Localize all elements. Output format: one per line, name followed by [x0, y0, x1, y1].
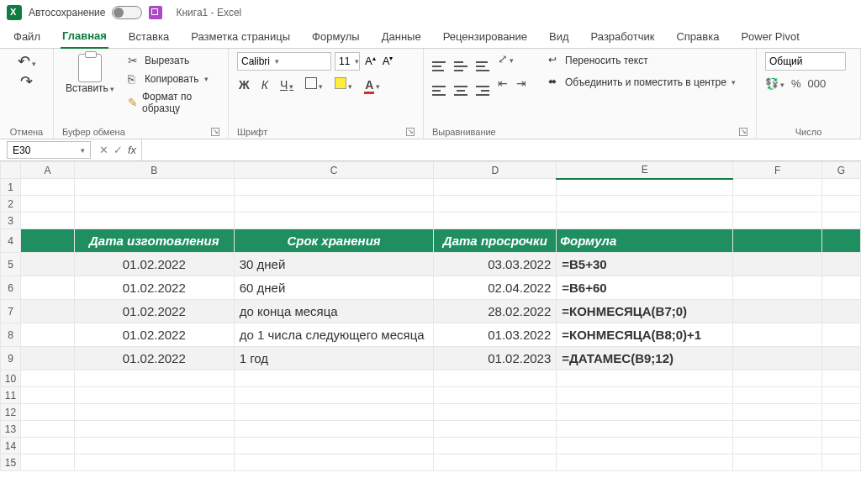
cell[interactable] — [434, 421, 557, 438]
cell[interactable] — [20, 323, 74, 347]
paste-button[interactable]: Вставить▾ — [62, 52, 118, 96]
row-header-6[interactable]: 6 — [1, 276, 21, 300]
decrease-font-button[interactable]: A▾ — [381, 55, 395, 67]
select-all-corner[interactable] — [1, 162, 21, 179]
cell[interactable] — [234, 404, 434, 421]
row-header-7[interactable]: 7 — [1, 300, 21, 323]
tab-developer[interactable]: Разработчик — [589, 27, 657, 48]
cell[interactable] — [74, 438, 234, 454]
tab-formulas[interactable]: Формулы — [310, 27, 362, 48]
tab-file[interactable]: Файл — [12, 27, 42, 48]
tab-power-pivot[interactable]: Power Pivot — [739, 27, 800, 48]
row-header-12[interactable]: 12 — [1, 404, 21, 421]
tab-page-layout[interactable]: Разметка страницы — [189, 27, 292, 48]
cell[interactable] — [733, 454, 822, 471]
col-header-C[interactable]: C — [234, 162, 434, 179]
cell[interactable]: 01.03.2022 — [434, 323, 557, 347]
tab-home[interactable]: Главная — [61, 26, 108, 49]
cell[interactable] — [20, 229, 74, 253]
row-header-3[interactable]: 3 — [1, 213, 21, 229]
worksheet-grid[interactable]: A B C D E F G 1234Дата изготовленияСрок … — [0, 161, 861, 504]
row-header-13[interactable]: 13 — [1, 421, 21, 438]
cell[interactable] — [733, 179, 822, 196]
bold-button[interactable]: Ж — [237, 78, 251, 92]
align-center-button[interactable] — [454, 76, 467, 96]
cell[interactable]: до конца месяца — [234, 300, 434, 323]
cell[interactable] — [557, 454, 733, 471]
cut-button[interactable]: ✂Вырезать — [124, 52, 219, 69]
cell[interactable]: 01.02.2022 — [74, 253, 234, 276]
cell[interactable]: Дата просрочки — [434, 229, 557, 253]
row-header-2[interactable]: 2 — [1, 196, 21, 213]
cell[interactable] — [733, 438, 822, 454]
cell[interactable]: Формула — [557, 229, 733, 253]
cell[interactable]: 01.02.2022 — [74, 323, 234, 347]
cell[interactable] — [733, 229, 822, 253]
row-header-9[interactable]: 9 — [1, 347, 21, 370]
cell[interactable] — [20, 179, 74, 196]
cell[interactable]: 01.02.2022 — [74, 347, 234, 370]
fx-icon[interactable]: fx — [128, 144, 136, 156]
cell[interactable] — [557, 196, 733, 213]
tab-view[interactable]: Вид — [547, 27, 571, 48]
cell[interactable] — [434, 196, 557, 213]
cell[interactable] — [822, 213, 861, 229]
tab-help[interactable]: Справка — [674, 27, 721, 48]
tab-insert[interactable]: Вставка — [127, 27, 171, 48]
cell[interactable] — [234, 454, 434, 471]
cell[interactable]: 01.02.2022 — [74, 300, 234, 323]
cell[interactable] — [20, 213, 74, 229]
cell[interactable] — [733, 387, 822, 404]
align-bottom-button[interactable] — [476, 52, 489, 71]
font-size-combo[interactable]: 11▾ — [335, 52, 360, 71]
cell[interactable] — [733, 253, 822, 276]
cell[interactable] — [74, 179, 234, 196]
cell[interactable] — [234, 438, 434, 454]
align-top-button[interactable] — [432, 52, 446, 71]
cell[interactable]: 02.04.2022 — [434, 276, 557, 300]
cell[interactable] — [74, 454, 234, 471]
name-box[interactable]: E30▾ — [7, 141, 91, 159]
cell[interactable] — [822, 229, 861, 253]
clipboard-dialog-launcher[interactable]: ↘ — [211, 128, 219, 136]
cell[interactable] — [20, 387, 74, 404]
cell[interactable] — [74, 404, 234, 421]
cell[interactable] — [434, 179, 557, 196]
align-middle-button[interactable] — [454, 52, 467, 71]
cell[interactable] — [20, 196, 74, 213]
redo-button[interactable]: ↷ — [15, 72, 38, 91]
cell[interactable] — [733, 370, 822, 387]
cell[interactable] — [74, 196, 234, 213]
cell[interactable] — [557, 421, 733, 438]
cell[interactable] — [434, 370, 557, 387]
wrap-text-button[interactable]: ↩Переносить текст — [545, 52, 739, 69]
cell[interactable] — [74, 213, 234, 229]
cell[interactable]: 01.02.2022 — [74, 276, 234, 300]
fill-color-button[interactable]: ▾ — [333, 77, 354, 92]
cell[interactable] — [557, 213, 733, 229]
row-header-11[interactable]: 11 — [1, 387, 21, 404]
underline-button[interactable]: Ч▾ — [278, 78, 295, 92]
enter-formula-icon[interactable]: ✓ — [114, 144, 123, 156]
cell[interactable]: Дата изготовления — [74, 229, 234, 253]
cell[interactable] — [20, 421, 74, 438]
cell[interactable] — [434, 404, 557, 421]
cell[interactable]: 60 дней — [234, 276, 434, 300]
align-left-button[interactable] — [432, 76, 446, 96]
cell[interactable] — [557, 404, 733, 421]
tab-data[interactable]: Данные — [380, 27, 423, 48]
row-header-8[interactable]: 8 — [1, 323, 21, 347]
cell[interactable] — [822, 347, 861, 370]
col-header-F[interactable]: F — [733, 162, 822, 179]
cell[interactable] — [557, 370, 733, 387]
cell[interactable] — [822, 276, 861, 300]
cell[interactable] — [234, 179, 434, 196]
cell[interactable]: 30 дней — [234, 253, 434, 276]
cell[interactable] — [234, 370, 434, 387]
save-icon[interactable] — [149, 6, 162, 19]
cell[interactable] — [74, 387, 234, 404]
cell[interactable] — [733, 276, 822, 300]
cell[interactable] — [733, 213, 822, 229]
cell[interactable] — [20, 276, 74, 300]
cell[interactable] — [20, 370, 74, 387]
